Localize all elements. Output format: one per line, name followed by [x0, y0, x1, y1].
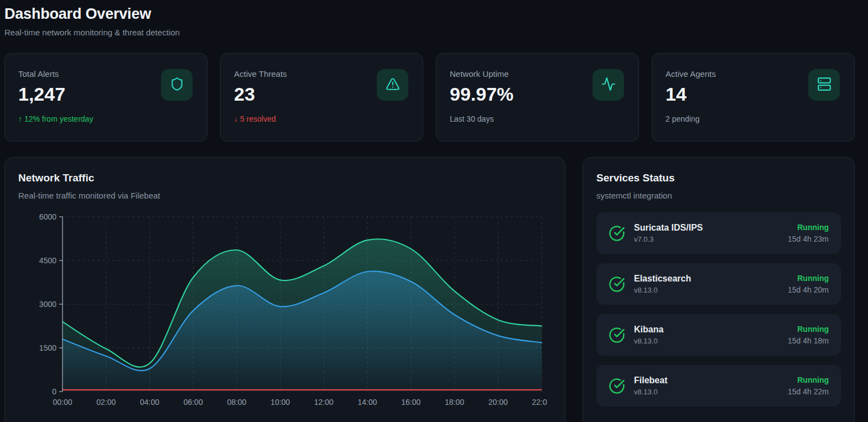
service-status-badge: Running	[788, 325, 829, 334]
alert-triangle-icon	[386, 77, 400, 93]
stat-card-network-uptime: Network Uptime 99.97% Last 30 days	[436, 53, 639, 142]
services-list: Suricata IDS/IPS v7.0.3 Running 15d 4h 2…	[596, 212, 841, 407]
page-subtitle: Real-time network monitoring & threat de…	[4, 28, 855, 37]
service-version: v8.13.0	[634, 337, 788, 345]
service-uptime: 15d 4h 20m	[788, 285, 829, 294]
network-traffic-panel: Network Traffic Real-time traffic monito…	[4, 157, 565, 422]
panel-title: Network Traffic	[18, 172, 552, 184]
svg-text:4500: 4500	[39, 256, 56, 265]
dashboard-page: Dashboard Overview Real-time network mon…	[0, 0, 868, 422]
svg-text:06:00: 06:00	[184, 398, 203, 407]
check-circle-icon	[609, 276, 625, 293]
shield-icon	[170, 77, 184, 93]
service-uptime: 15d 4h 22m	[788, 387, 829, 396]
stat-delta: 2 pending	[666, 114, 841, 123]
svg-text:22:00: 22:00	[532, 398, 547, 407]
panel-title: Services Status	[596, 172, 841, 184]
service-row-filebeat: Filebeat v8.13.0 Running 15d 4h 22m	[596, 365, 841, 407]
stat-delta: Last 30 days	[450, 114, 625, 123]
stat-icon-tile	[377, 69, 408, 101]
svg-text:04:00: 04:00	[140, 398, 159, 407]
service-row-suricata: Suricata IDS/IPS v7.0.3 Running 15d 4h 2…	[596, 212, 841, 254]
svg-text:0: 0	[52, 387, 56, 396]
check-circle-icon	[609, 327, 625, 343]
service-row-elasticsearch: Elasticsearch v8.13.0 Running 15d 4h 20m	[596, 263, 841, 305]
svg-text:12:00: 12:00	[314, 398, 334, 407]
service-row-kibana: Kibana v8.13.0 Running 15d 4h 18m	[596, 314, 841, 356]
check-circle-icon	[609, 378, 625, 394]
traffic-area-chart: 0150030004500600000:0002:0004:0006:0008:…	[18, 211, 552, 411]
stat-icon-tile	[592, 69, 624, 101]
stat-delta: ↑ 12% from yesterday	[18, 114, 194, 123]
server-icon	[817, 77, 831, 93]
svg-text:10:00: 10:00	[271, 398, 290, 407]
svg-text:16:00: 16:00	[401, 398, 420, 407]
svg-text:20:00: 20:00	[488, 398, 508, 407]
page-title: Dashboard Overview	[4, 6, 855, 23]
activity-icon	[601, 77, 616, 93]
stat-icon-tile	[808, 69, 840, 101]
service-name: Suricata IDS/IPS	[634, 223, 788, 233]
panel-subtitle: systemctl integration	[596, 191, 841, 200]
svg-text:18:00: 18:00	[445, 398, 464, 407]
stat-cards-row: Total Alerts 1,247 ↑ 12% from yesterday …	[4, 53, 855, 142]
service-status-badge: Running	[788, 274, 829, 283]
stat-card-total-alerts: Total Alerts 1,247 ↑ 12% from yesterday	[4, 53, 207, 142]
service-version: v8.13.0	[634, 388, 788, 396]
services-status-panel: Services Status systemctl integration Su…	[583, 157, 855, 422]
svg-text:00:00: 00:00	[53, 398, 72, 407]
stat-delta: ↓ 5 resolved	[234, 114, 409, 123]
service-uptime: 15d 4h 18m	[788, 336, 829, 345]
svg-text:02:00: 02:00	[96, 398, 116, 407]
svg-text:14:00: 14:00	[358, 398, 377, 407]
main-panels-row: Network Traffic Real-time traffic monito…	[4, 157, 855, 422]
service-uptime: 15d 4h 23m	[788, 235, 829, 243]
service-version: v7.0.3	[634, 235, 788, 243]
stat-card-active-threats: Active Threats 23 ↓ 5 resolved	[220, 53, 423, 142]
service-name: Filebeat	[634, 376, 788, 385]
stat-icon-tile	[161, 69, 193, 101]
service-status-badge: Running	[788, 376, 829, 384]
svg-text:08:00: 08:00	[227, 398, 246, 407]
service-status-badge: Running	[788, 223, 829, 232]
svg-text:3000: 3000	[39, 300, 56, 309]
service-name: Kibana	[634, 325, 788, 335]
svg-text:6000: 6000	[39, 212, 56, 221]
stat-card-active-agents: Active Agents 14 2 pending	[652, 53, 855, 142]
svg-text:1500: 1500	[39, 343, 56, 352]
chart-canvas: 0150030004500600000:0002:0004:0006:0008:…	[18, 211, 547, 409]
service-name: Elasticsearch	[634, 274, 788, 284]
panel-subtitle: Real-time traffic monitored via Filebeat	[18, 191, 552, 200]
check-circle-icon	[609, 225, 625, 242]
service-version: v8.13.0	[634, 286, 788, 294]
